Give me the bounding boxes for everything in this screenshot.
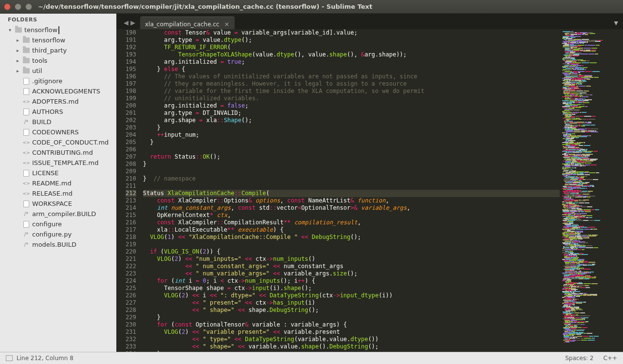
tree-label: CODE_OF_CONDUCT.md — [32, 139, 109, 146]
tree-row[interactable]: arm_compiler.BUILD — [0, 209, 116, 219]
tree-label: arm_compiler.BUILD — [32, 210, 96, 218]
tree-row[interactable]: configure.py — [0, 229, 116, 239]
code-file-icon — [22, 150, 30, 155]
tree-label: ADOPTERS.md — [32, 98, 78, 105]
tree-row[interactable]: ▸tools — [0, 55, 116, 66]
tab-close-icon[interactable]: × — [224, 20, 230, 28]
statusbar: Line 212, Column 8 Spaces: 2 C++ — [0, 352, 623, 364]
tree-label: tensorflow — [24, 26, 57, 34]
folder-icon — [22, 68, 30, 73]
tree-row[interactable]: .gitignore — [0, 76, 116, 86]
file-icon — [22, 78, 30, 85]
tree-row[interactable]: ▸util — [0, 66, 116, 76]
tree-row[interactable]: CODEOWNERS — [0, 127, 116, 137]
cursor-position: Line 212, Column 8 — [17, 355, 73, 362]
file-icon — [22, 221, 30, 228]
tree-row[interactable]: ▸tensorflow — [0, 35, 116, 45]
tree-row[interactable]: RELEASE.md — [0, 188, 116, 199]
tree-label: README.md — [32, 180, 72, 187]
tab-menu-icon[interactable]: ▼ — [609, 20, 623, 29]
tree-row[interactable]: ACKNOWLEDGMENTS — [0, 86, 116, 96]
build-file-icon — [22, 211, 30, 217]
chevron-icon[interactable]: ▸ — [17, 37, 21, 43]
tree-label: LICENSE — [32, 169, 59, 177]
code-file-icon — [22, 161, 30, 165]
tab-active[interactable]: xla_compilation_cache.cc × — [140, 17, 235, 29]
code-file-icon — [22, 181, 30, 186]
tree-label: tensorflow — [32, 36, 65, 44]
tree-row[interactable]: README.md — [0, 178, 116, 188]
build-file-icon — [22, 242, 30, 247]
nav-arrows[interactable]: ◀ ▶ — [119, 19, 140, 29]
tree-row[interactable]: AUTHORS — [0, 107, 116, 117]
folder-icon — [15, 27, 22, 33]
chevron-icon[interactable]: ▸ — [17, 58, 21, 63]
minimize-icon[interactable] — [15, 3, 21, 10]
chevron-icon[interactable]: ▸ — [17, 68, 21, 73]
tree-row[interactable]: configure — [0, 219, 116, 229]
tree-row[interactable]: CODE_OF_CONDUCT.md — [0, 137, 116, 147]
tree-label: models.BUILD — [32, 241, 76, 248]
tree-row[interactable]: ADOPTERS.md — [0, 96, 116, 107]
folder-icon — [22, 58, 30, 63]
nav-back-icon[interactable]: ◀ — [124, 19, 128, 26]
tree-label: tools — [32, 57, 47, 64]
tree-row[interactable]: ▾tensorflow — [0, 25, 116, 35]
tree-label: configure.py — [32, 231, 72, 238]
tree-label: ISSUE_TEMPLATE.md — [32, 159, 98, 166]
tree-label: BUILD — [32, 118, 52, 126]
sidebar-header: FOLDERS — [0, 14, 116, 25]
file-icon — [22, 109, 30, 115]
code-content[interactable]: const Tensor& value = variable_args[vari… — [143, 29, 560, 352]
build-file-icon — [22, 232, 30, 237]
tree-row[interactable]: models.BUILD — [0, 239, 116, 250]
tree-label: ACKNOWLEDGMENTS — [32, 88, 100, 95]
chevron-icon[interactable]: ▾ — [9, 27, 14, 33]
file-icon — [22, 200, 30, 207]
tree-label: AUTHORS — [32, 108, 63, 115]
tree-label: .gitignore — [32, 77, 62, 85]
tabbar: ◀ ▶ xla_compilation_cache.cc × ▼ — [117, 14, 623, 29]
code-file-icon — [22, 140, 30, 145]
titlebar: ~/dev/tensorflow/tensorflow/compiler/jit… — [0, 0, 623, 14]
tree-label: CODEOWNERS — [32, 128, 79, 136]
tree-label: third_party — [32, 47, 67, 54]
chevron-icon[interactable]: ▸ — [17, 48, 21, 53]
window-title: ~/dev/tensorflow/tensorflow/compiler/jit… — [38, 3, 372, 10]
tree-row[interactable]: WORKSPACE — [0, 199, 116, 209]
folder-icon — [22, 37, 30, 43]
tree-row[interactable]: ISSUE_TEMPLATE.md — [0, 158, 116, 168]
tree-label: util — [32, 67, 42, 74]
syntax-setting[interactable]: C++ — [604, 355, 618, 362]
tree-row[interactable]: BUILD — [0, 117, 116, 127]
tree-row[interactable]: CONTRIBUTING.md — [0, 147, 116, 158]
tab-label: xla_compilation_cache.cc — [145, 21, 220, 28]
file-icon — [22, 170, 30, 177]
file-icon — [22, 88, 30, 95]
code-file-icon — [22, 191, 30, 196]
code-file-icon — [22, 99, 30, 104]
close-icon[interactable] — [4, 3, 11, 10]
minimap[interactable] — [560, 29, 623, 352]
folder-tree[interactable]: ▾tensorflow▸tensorflow▸third_party▸tools… — [0, 25, 116, 250]
tree-label: CONTRIBUTING.md — [32, 149, 93, 156]
tree-label: WORKSPACE — [32, 200, 72, 207]
indent-setting[interactable]: Spaces: 2 — [565, 355, 593, 362]
tree-label: RELEASE.md — [32, 190, 73, 197]
editor-area: ◀ ▶ xla_compilation_cache.cc × ▼ 1901911… — [117, 14, 623, 352]
editor-body[interactable]: 1901911921931941951961971981992002012022… — [117, 29, 623, 352]
panel-switch-icon[interactable] — [6, 355, 13, 361]
build-file-icon — [22, 119, 30, 125]
maximize-icon[interactable] — [25, 3, 32, 10]
line-gutter: 1901911921931941951961971981992002012022… — [117, 29, 143, 352]
sidebar: FOLDERS ▾tensorflow▸tensorflow▸third_par… — [0, 14, 117, 352]
file-icon — [22, 129, 30, 136]
folder-icon — [22, 48, 30, 53]
window-controls — [4, 3, 32, 10]
tree-row[interactable]: LICENSE — [0, 168, 116, 178]
tree-label: configure — [32, 220, 62, 228]
nav-forward-icon[interactable]: ▶ — [130, 19, 135, 26]
tree-row[interactable]: ▸third_party — [0, 45, 116, 55]
